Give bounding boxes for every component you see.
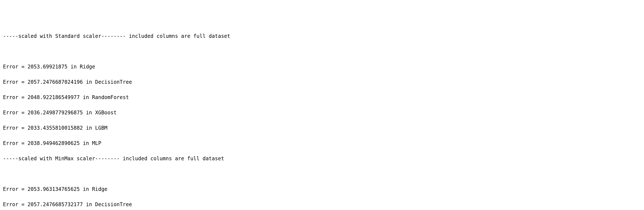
blank-line (3, 48, 641, 55)
error-line: Error = 2038.949462890625 in MLP (3, 140, 641, 147)
section-header-standard: -----scaled with Standard scaler--------… (3, 32, 641, 40)
error-line: Error = 2057.2476687024196 in DecisionTr… (3, 78, 641, 86)
blank-line (3, 170, 641, 178)
error-line: Error = 2057.2476685732177 in DecisionTr… (3, 201, 641, 208)
error-line: Error = 2053.963134765625 in Ridge (3, 185, 641, 193)
error-line: Error = 2053.69921875 in Ridge (3, 63, 641, 70)
section-header-minmax: -----scaled with MinMax scaler-------- i… (3, 155, 641, 162)
error-line: Error = 2048.922186549977 in RandomFores… (3, 94, 641, 101)
error-line: Error = 2033.4355810015882 in LGBM (3, 124, 641, 132)
error-line: Error = 2036.2498779296875 in XGBoost (3, 109, 641, 116)
